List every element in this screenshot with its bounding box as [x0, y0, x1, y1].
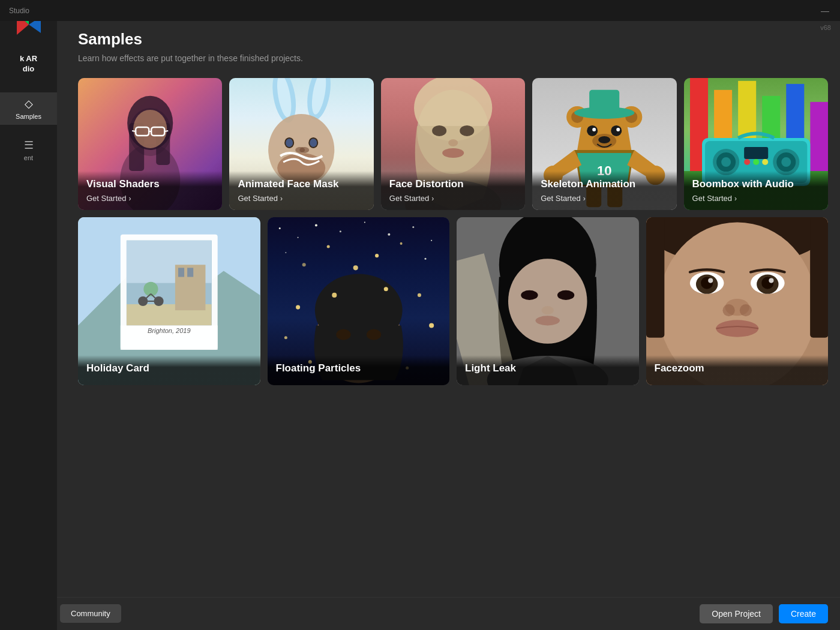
svg-point-101 [302, 263, 305, 266]
svg-point-96 [388, 233, 390, 236]
svg-point-29 [460, 125, 474, 136]
create-button[interactable]: Create [779, 604, 828, 623]
svg-rect-83 [187, 268, 193, 277]
community-button[interactable]: Community [60, 604, 121, 623]
sidebar-item-content[interactable]: ☰ ent [0, 134, 57, 166]
card-title-visual-shaders: Visual Shaders [86, 178, 214, 190]
sidebar: k AR dio ◇ Samples ☰ ent [0, 0, 57, 630]
svg-point-28 [432, 125, 446, 136]
page-subtitle: Learn how effects are put together in th… [78, 53, 828, 63]
svg-point-69 [781, 157, 791, 167]
card-title-boombox: Boombox with Audio [692, 178, 820, 190]
card-overlay-holiday: Holiday Card [78, 355, 260, 385]
svg-point-116 [332, 293, 337, 298]
svg-point-113 [429, 323, 434, 328]
svg-point-91 [278, 227, 280, 229]
svg-point-124 [542, 306, 554, 314]
card-cta-boombox[interactable]: Get Started › [692, 194, 820, 203]
svg-rect-42 [589, 90, 619, 114]
content-icon: ☰ [24, 139, 34, 152]
svg-point-23 [310, 139, 317, 147]
card-skeleton-animation[interactable]: 10 [532, 78, 676, 210]
svg-point-102 [326, 245, 329, 248]
svg-point-143 [739, 304, 751, 316]
arrow-icon-2: › [280, 194, 283, 203]
svg-point-44 [611, 125, 622, 136]
main-content: v68 Samples Learn how effects are put to… [57, 0, 840, 630]
svg-point-92 [297, 237, 298, 238]
samples-icon: ◇ [25, 97, 33, 110]
svg-point-136 [708, 278, 713, 283]
svg-point-144 [716, 320, 758, 337]
page-title: Samples [78, 30, 828, 49]
svg-point-109 [366, 329, 380, 340]
card-overlay-floating: Floating Particles [268, 355, 450, 385]
card-title-facezoom: Facezoom [655, 362, 820, 374]
holiday-card-caption: Brighton, 2019 [78, 327, 260, 334]
card-cta-visual-shaders[interactable]: Get Started › [86, 194, 214, 203]
svg-point-31 [442, 148, 464, 158]
svg-line-13 [164, 131, 168, 131]
svg-line-12 [132, 131, 136, 131]
arrow-icon-5: › [734, 194, 737, 203]
svg-point-66 [721, 157, 731, 167]
app-title: Studio [9, 7, 29, 15]
svg-point-108 [336, 329, 350, 340]
card-cta-face-distortion[interactable]: Get Started › [389, 194, 517, 203]
svg-rect-132 [810, 217, 828, 338]
card-title-face-distortion: Face Distortion [389, 178, 517, 190]
svg-point-112 [284, 336, 287, 339]
card-title-floating: Floating Particles [276, 362, 442, 374]
card-holiday-card[interactable]: Brighton, 2019 Holiday Card [78, 217, 260, 385]
card-light-leak[interactable]: Light Leak [457, 217, 639, 385]
card-cta-animated-face[interactable]: Get Started › [238, 194, 365, 203]
svg-point-22 [286, 139, 293, 147]
card-animated-face-mask[interactable]: Animated Face Mask Get Started › [229, 78, 373, 210]
svg-rect-82 [178, 268, 184, 277]
svg-point-110 [296, 305, 300, 310]
card-visual-shaders[interactable]: Visual Shaders Get Started › [78, 78, 222, 210]
svg-point-43 [587, 125, 598, 136]
version-tag: v68 [820, 24, 831, 31]
card-title-light-leak: Light Leak [465, 362, 631, 374]
card-boombox[interactable]: Boombox with Audio Get Started › [684, 78, 828, 210]
sidebar-item-samples[interactable]: ◇ Samples [0, 92, 57, 125]
svg-point-140 [769, 278, 773, 283]
svg-point-45 [592, 128, 596, 131]
svg-point-117 [383, 287, 388, 291]
card-cta-skeleton[interactable]: Get Started › [541, 194, 668, 203]
card-title-animated-face: Animated Face Mask [238, 178, 365, 190]
svg-point-104 [400, 242, 402, 245]
svg-rect-60 [810, 102, 828, 174]
arrow-icon: › [128, 194, 131, 203]
card-floating-particles[interactable]: Floating Particles [268, 217, 450, 385]
svg-point-142 [722, 304, 734, 316]
svg-point-72 [753, 159, 759, 165]
svg-point-121 [521, 290, 538, 300]
sidebar-item-label: Samples [16, 113, 41, 120]
card-overlay-face-distortion: Face Distortion Get Started › [381, 171, 525, 210]
svg-point-98 [431, 240, 432, 241]
card-face-distortion[interactable]: Face Distortion Get Started › [381, 78, 525, 210]
open-project-button[interactable]: Open Project [700, 604, 773, 623]
sidebar-nav: ◇ Samples ☰ ent [0, 92, 57, 166]
svg-point-105 [353, 265, 358, 270]
svg-point-30 [448, 139, 458, 146]
bottom-bar: Open Project Create [57, 597, 840, 630]
svg-point-46 [616, 128, 620, 131]
svg-point-95 [364, 221, 365, 223]
card-overlay-facezoom: Facezoom [646, 355, 829, 385]
svg-point-48 [598, 136, 610, 143]
page-header: Samples Learn how effects are put togeth… [78, 30, 828, 63]
svg-point-111 [417, 293, 421, 297]
samples-grid-row2: Brighton, 2019 Holiday Card [78, 217, 828, 385]
card-facezoom[interactable]: Facezoom [646, 217, 829, 385]
sidebar-item-label: ent [24, 154, 33, 161]
card-overlay-animated-face: Animated Face Mask Get Started › [229, 171, 373, 210]
card-overlay-boombox: Boombox with Audio Get Started › [684, 171, 828, 210]
svg-point-94 [339, 230, 341, 232]
svg-point-25 [300, 147, 310, 153]
svg-point-71 [744, 159, 750, 165]
card-overlay-skeleton: Skeleton Animation Get Started › [532, 171, 676, 210]
arrow-icon-4: › [583, 194, 586, 203]
